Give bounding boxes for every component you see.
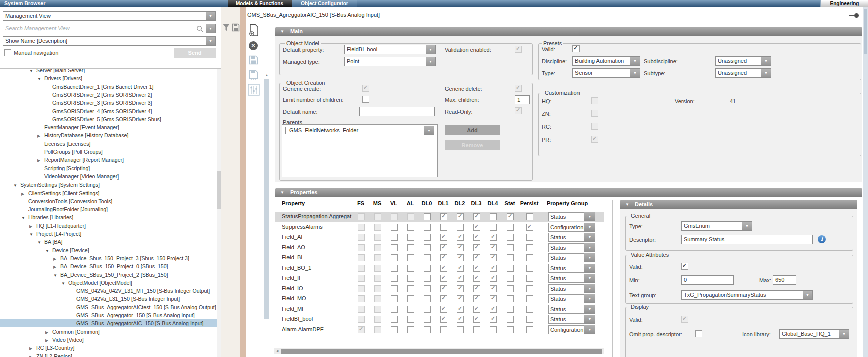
property-flag-checkbox[interactable] <box>391 224 398 231</box>
chevron-down-icon[interactable]: ▼ <box>584 284 595 293</box>
chevron-down-icon[interactable]: ▼ <box>206 37 215 45</box>
property-flag-checkbox[interactable] <box>440 254 447 261</box>
property-flag-checkbox[interactable] <box>457 326 464 333</box>
descriptor-input[interactable]: Summary Status <box>681 235 813 244</box>
tree-item[interactable]: Licenses [Licenses] <box>0 140 217 148</box>
new-object-icon[interactable] <box>248 24 259 38</box>
property-flag-checkbox[interactable] <box>507 254 514 261</box>
property-flag-checkbox[interactable] <box>457 213 464 220</box>
tree-expander-icon[interactable]: ▶ <box>37 157 44 164</box>
property-flag-checkbox[interactable] <box>507 306 514 313</box>
add-button[interactable]: Add <box>445 125 500 135</box>
property-flag-checkbox[interactable] <box>440 316 447 323</box>
property-flag-checkbox[interactable] <box>507 326 514 333</box>
tree-item[interactable]: ▶RC [L3-Country] <box>0 344 217 352</box>
tree-expander-icon[interactable]: ▶ <box>53 263 60 270</box>
type-select[interactable]: Sensor ▼ <box>572 68 640 78</box>
property-flag-checkbox[interactable] <box>457 316 464 323</box>
property-group-select[interactable]: Status <box>548 315 586 324</box>
property-flag-checkbox[interactable] <box>457 295 464 302</box>
tree-expander-icon[interactable]: ▼ <box>45 247 52 254</box>
tree-item[interactable]: ▼SystemSettings [System Settings] <box>0 181 217 189</box>
chevron-down-icon[interactable]: ▼ <box>584 223 595 232</box>
property-flag-checkbox[interactable] <box>473 326 480 333</box>
property-row[interactable]: Field_AOStatus▼ <box>275 243 604 253</box>
tree-item[interactable]: VideoManager [Video Manager] <box>0 172 217 181</box>
parent-item[interactable]: GMS_FieldNetworks_Folder <box>289 127 358 134</box>
property-flag-checkbox[interactable] <box>457 224 464 231</box>
property-group-select[interactable]: Status <box>548 284 586 293</box>
property-flag-checkbox[interactable] <box>507 275 514 282</box>
property-flag-checkbox[interactable] <box>440 213 447 220</box>
property-flag-checkbox[interactable] <box>473 295 480 302</box>
tree-item[interactable]: ▶BA_Device_Sbus_150_Project_3 [Sbus_150 … <box>0 254 217 262</box>
tab-models-and-functions[interactable]: Models & Functions <box>228 0 292 7</box>
scroll-left-icon[interactable]: ◄ <box>275 349 279 354</box>
chevron-down-icon[interactable]: ▼ <box>584 233 595 242</box>
property-flag-checkbox[interactable] <box>507 316 514 323</box>
property-flag-checkbox[interactable] <box>457 244 464 251</box>
property-row[interactable]: Field_AIStatus▼ <box>275 232 604 242</box>
text-group-select[interactable]: TxG_PropagationSummaryStatus ▼ <box>681 290 813 300</box>
property-flag-checkbox[interactable] <box>473 244 480 251</box>
property-flag-checkbox[interactable] <box>440 306 447 313</box>
property-flag-checkbox[interactable] <box>526 275 533 282</box>
property-flag-checkbox[interactable] <box>407 265 414 272</box>
chevron-down-icon[interactable]: ▼ <box>584 294 595 303</box>
property-flag-checkbox[interactable] <box>473 285 480 292</box>
tree-item[interactable]: ▼ObjectModel [ObjectModel] <box>0 279 217 287</box>
chevron-down-icon[interactable]: ▼ <box>206 24 215 33</box>
search-icon[interactable] <box>196 25 203 33</box>
property-row[interactable]: SuppressAlarmsConfiguration▼ <box>275 222 604 232</box>
property-flag-checkbox[interactable] <box>490 326 497 333</box>
property-flag-checkbox[interactable] <box>424 316 431 323</box>
va-valid-checkbox[interactable] <box>681 263 688 270</box>
collapse-icon[interactable]: ▼ <box>280 27 284 36</box>
chevron-down-icon[interactable]: ▼ <box>424 126 434 135</box>
chevron-down-icon[interactable]: ▼ <box>206 12 215 20</box>
tree-item[interactable]: ▶ZN [L2-Region] <box>0 352 217 357</box>
property-flag-checkbox[interactable] <box>526 316 533 323</box>
save-as-icon[interactable] <box>249 70 258 82</box>
property-flag-checkbox[interactable] <box>407 254 414 261</box>
property-flag-checkbox[interactable] <box>490 285 497 292</box>
property-group-select[interactable]: Status <box>548 305 586 314</box>
tree-expander-icon[interactable]: ▶ <box>29 223 36 230</box>
tree-expander-icon[interactable]: ▶ <box>37 132 44 139</box>
property-flag-checkbox[interactable] <box>490 265 497 272</box>
property-flag-checkbox[interactable] <box>457 265 464 272</box>
property-row[interactable]: StatusPropagation.AggregatStatus▼ <box>275 212 604 222</box>
property-flag-checkbox[interactable] <box>473 234 480 241</box>
property-group-select[interactable]: Status <box>548 243 586 252</box>
property-flag-checkbox[interactable] <box>473 275 480 282</box>
tree-expander-icon[interactable]: ▶ <box>29 345 36 352</box>
property-flag-checkbox[interactable] <box>490 275 497 282</box>
column-header-property-group[interactable]: Property Group <box>547 200 588 206</box>
property-row[interactable]: Field_IIStatus▼ <box>275 273 604 283</box>
chevron-down-icon[interactable]: ▼ <box>630 57 640 65</box>
property-flag-checkbox[interactable] <box>424 295 431 302</box>
tree-item[interactable]: ▼Project [L4-Project] <box>0 230 217 238</box>
property-flag-checkbox[interactable] <box>391 306 398 313</box>
property-flag-checkbox[interactable] <box>407 285 414 292</box>
main-section-header[interactable]: ▼ Main <box>275 27 862 36</box>
property-flag-checkbox[interactable] <box>440 295 447 302</box>
tree-expander-icon[interactable]: ▼ <box>29 69 36 74</box>
details-section-header[interactable]: ▼ Details <box>620 200 857 209</box>
right-scrollbar[interactable] <box>863 7 868 357</box>
save-view-icon[interactable] <box>232 23 240 33</box>
tree-item[interactable]: GmsSORISDriver_2 [Gms SORISDriver 2] <box>0 91 217 99</box>
property-flag-checkbox[interactable] <box>526 224 533 231</box>
collapse-icon[interactable]: ▼ <box>625 200 629 209</box>
property-flag-checkbox[interactable] <box>407 326 414 333</box>
tree-expander-icon[interactable]: ▶ <box>53 255 60 262</box>
form-scrollbar-thumb[interactable] <box>264 79 269 319</box>
property-flag-checkbox[interactable] <box>526 254 533 261</box>
subdiscipline-select[interactable]: Unassigned ▼ <box>715 56 771 66</box>
property-flag-checkbox[interactable] <box>424 213 431 220</box>
property-flag-checkbox[interactable] <box>391 265 398 272</box>
chevron-down-icon[interactable]: ▼ <box>584 305 595 314</box>
presets-valid-checkbox[interactable] <box>572 45 580 52</box>
property-flag-checkbox[interactable] <box>507 285 514 292</box>
chevron-down-icon[interactable]: ▼ <box>742 222 752 230</box>
